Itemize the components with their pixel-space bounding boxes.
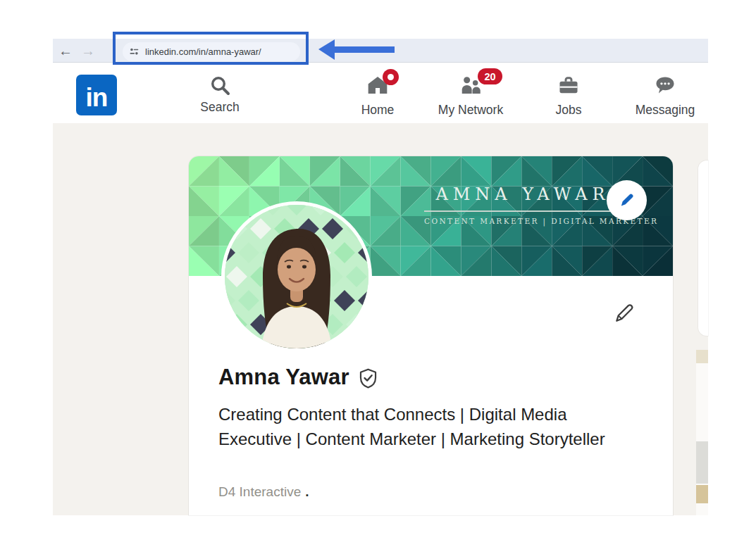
profile-name[interactable]: Amna Yawar — [218, 365, 349, 390]
verified-shield-icon — [357, 367, 379, 389]
banner-subtitle: CONTENT MARKETER | DIGITAL MARKETER — [424, 217, 621, 225]
media-fragment — [696, 441, 708, 484]
browser-forward-icon[interactable]: → — [81, 41, 95, 61]
right-sidebar-card-edge — [698, 160, 708, 336]
nav-item-my-network[interactable]: 20 My Network — [421, 74, 520, 118]
linkedin-logo[interactable]: in — [76, 75, 117, 115]
linkedin-navbar: in Search Home — [53, 63, 708, 123]
url-highlight-box: linkedin.com/in/amna-yawar/ — [113, 32, 309, 65]
profile-headline: Creating Content that Connects | Digital… — [218, 403, 641, 451]
nav-item-home[interactable]: Home — [328, 74, 427, 118]
search-icon[interactable] — [209, 74, 231, 96]
profile-photo[interactable] — [221, 201, 372, 352]
address-bar[interactable]: linkedin.com/in/amna-yawar/ — [123, 42, 300, 61]
pencil-icon — [616, 305, 632, 320]
annotation-arrow — [318, 39, 395, 60]
jobs-label: Jobs — [519, 103, 618, 118]
banner-text-block: AMNA YAWAR CONTENT MARKETER | DIGITAL MA… — [424, 184, 621, 225]
company-suffix: . — [305, 484, 309, 499]
nav-item-messaging[interactable]: Messaging — [616, 74, 714, 118]
nav-search[interactable]: Search — [167, 74, 273, 115]
nav-item-jobs[interactable]: Jobs — [519, 74, 618, 118]
edit-banner-button[interactable] — [607, 180, 647, 220]
pencil-icon — [617, 191, 636, 210]
company-name[interactable]: D4 Interactive — [218, 484, 301, 499]
banner-divider — [424, 210, 621, 212]
jobs-icon — [557, 74, 581, 96]
current-company[interactable]: D4 Interactive. — [218, 484, 309, 500]
media-fragment — [696, 350, 708, 363]
messaging-label: Messaging — [616, 103, 714, 118]
profile-card: AMNA YAWAR CONTENT MARKETER | DIGITAL MA… — [189, 156, 673, 515]
edit-profile-button[interactable] — [612, 300, 637, 325]
url-text[interactable]: linkedin.com/in/amna-yawar/ — [145, 46, 261, 57]
media-fragment — [696, 485, 708, 503]
home-notification-badge — [383, 69, 399, 85]
right-sidebar-media-edge — [696, 350, 708, 515]
messaging-icon — [653, 74, 677, 96]
my-network-label: My Network — [421, 103, 520, 118]
home-label: Home — [328, 103, 427, 118]
annotation-arrow-shaft — [333, 46, 395, 53]
profile-page-background: AMNA YAWAR CONTENT MARKETER | DIGITAL MA… — [53, 123, 708, 515]
profile-photo-art — [225, 205, 368, 348]
browser-back-icon[interactable]: ← — [58, 41, 73, 61]
screenshot-canvas: ← → linkedin.com/in/amna-yawar/ in — [0, 0, 756, 554]
search-label[interactable]: Search — [167, 100, 273, 115]
banner-name: AMNA YAWAR — [424, 184, 621, 204]
name-row: Amna Yawar — [218, 365, 379, 390]
my-network-count-badge: 20 — [478, 68, 502, 84]
site-settings-icon[interactable] — [129, 46, 140, 57]
